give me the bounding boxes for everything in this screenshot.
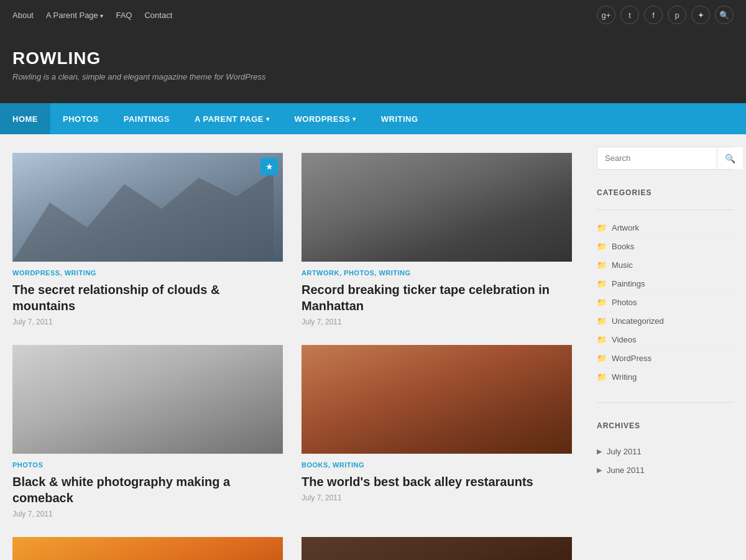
archive-label: July 2011 — [607, 447, 642, 456]
folder-icon: 📁 — [597, 335, 607, 344]
nav-home[interactable]: HOME — [0, 103, 50, 134]
nav-a-parent-page[interactable]: A PARENT PAGE ▾ — [182, 103, 282, 134]
post-image-wrap — [12, 537, 283, 560]
category-label: Videos — [612, 335, 637, 344]
category-label: WordPress — [612, 354, 652, 363]
dropdown-arrow-icon: ▾ — [266, 116, 270, 122]
archive-item-july-2011[interactable]: ▶ July 2011 — [597, 443, 734, 461]
category-label: Artwork — [612, 223, 639, 232]
category-item-books[interactable]: 📁 Books — [597, 237, 734, 256]
nav-about[interactable]: About — [12, 11, 34, 20]
dropdown-arrow-icon: ▾ — [352, 116, 356, 122]
nav-paintings[interactable]: PAINTINGS — [111, 103, 182, 134]
google-plus-icon[interactable]: g+ — [597, 6, 615, 24]
folder-icon: 📁 — [597, 242, 607, 251]
folder-icon: 📁 — [597, 260, 607, 270]
pinterest-icon[interactable]: p — [668, 6, 686, 24]
site-title: ROWLING — [12, 48, 734, 68]
post-image-wrap — [302, 537, 572, 560]
facebook-icon[interactable]: f — [644, 6, 663, 24]
folder-icon: 📁 — [597, 279, 607, 288]
post-categories[interactable]: BOOKS, WRITING — [302, 461, 572, 469]
post-categories[interactable]: PHOTOS — [12, 461, 283, 469]
link-icon[interactable]: ✦ — [691, 6, 710, 24]
category-item-photos[interactable]: 📁 Photos — [597, 293, 734, 312]
folder-icon: 📁 — [597, 316, 607, 326]
search-input[interactable] — [597, 147, 717, 169]
nav-photos[interactable]: PHOTOS — [50, 103, 111, 134]
sidebar-search-box: 🔍 — [597, 147, 734, 170]
post-image-wrap: ★ — [12, 153, 283, 262]
twitter-icon[interactable]: t — [620, 6, 639, 24]
post-categories[interactable]: ARTWORK, PHOTOS, WRITING — [302, 269, 572, 277]
category-label: Photos — [612, 298, 637, 307]
post-title[interactable]: Record breaking ticker tape celebration … — [302, 282, 572, 314]
post-categories[interactable]: WORDPRESS, WRITING — [12, 269, 283, 277]
archive-label: June 2011 — [607, 466, 645, 475]
post-grid: ★ WORDPRESS, WRITING The secret relation… — [12, 153, 572, 560]
search-button[interactable]: 🔍 — [717, 147, 743, 169]
category-item-uncategorized[interactable]: 📁 Uncategorized — [597, 312, 734, 331]
category-label: Uncategorized — [612, 316, 664, 326]
post-card: BOOKS, WRITING The world's best back all… — [302, 345, 572, 518]
post-image — [12, 345, 283, 454]
post-date: July 7, 2011 — [302, 318, 572, 326]
archive-icon: ▶ — [597, 448, 602, 456]
nav-writing[interactable]: WRITING — [369, 103, 431, 134]
folder-icon: 📁 — [597, 223, 607, 232]
main-content: ★ WORDPRESS, WRITING The secret relation… — [0, 134, 584, 560]
top-nav-links: About A Parent Page ▾ FAQ Contact — [12, 11, 172, 20]
archives-title: ARCHIVES — [597, 421, 734, 434]
post-image — [12, 537, 283, 560]
category-label: Paintings — [612, 279, 645, 288]
main-nav: HOME PHOTOS PAINTINGS A PARENT PAGE ▾ WO… — [0, 103, 746, 134]
search-icon[interactable]: 🔍 — [715, 6, 734, 24]
dropdown-arrow-icon: ▾ — [100, 12, 103, 19]
category-item-music[interactable]: 📁 Music — [597, 256, 734, 275]
category-item-artwork[interactable]: 📁 Artwork — [597, 219, 734, 237]
social-links: g+ t f p ✦ 🔍 — [597, 6, 734, 24]
post-image — [12, 153, 283, 262]
archive-item-june-2011[interactable]: ▶ June 2011 — [597, 461, 734, 480]
post-image — [302, 537, 572, 560]
post-title[interactable]: Black & white photography making a comeb… — [12, 474, 283, 506]
folder-icon: 📁 — [597, 372, 607, 382]
archive-icon: ▶ — [597, 466, 602, 474]
post-image — [302, 345, 572, 454]
category-item-writing[interactable]: 📁 Writing — [597, 368, 734, 387]
post-card: PHOTOS Black & white photography making … — [12, 345, 283, 518]
post-date: July 7, 2011 — [12, 318, 283, 326]
featured-badge: ★ — [260, 158, 278, 175]
top-nav: About A Parent Page ▾ FAQ Contact g+ t f… — [0, 0, 746, 30]
nav-faq[interactable]: FAQ — [116, 11, 132, 20]
post-card: ARTWORK, WRITING Dark atmospheric portra… — [302, 537, 572, 560]
post-card: ★ WORDPRESS, WRITING The secret relation… — [12, 153, 283, 326]
categories-title: CATEGORIES — [597, 188, 734, 201]
post-title[interactable]: The world's best back alley restaraunts — [302, 474, 572, 490]
folder-icon: 📁 — [597, 298, 607, 307]
post-image-wrap — [302, 345, 572, 454]
post-image — [302, 153, 572, 262]
site-header: ROWLING Rowling is a clean, simple and e… — [0, 30, 746, 103]
sidebar: 🔍 CATEGORIES 📁 Artwork 📁 Books 📁 Music 📁… — [584, 134, 746, 560]
post-date: July 7, 2011 — [302, 493, 572, 502]
post-date: July 7, 2011 — [12, 510, 283, 518]
post-title[interactable]: The secret relationship of clouds & moun… — [12, 282, 283, 314]
category-item-wordpress[interactable]: 📁 WordPress — [597, 349, 734, 368]
category-item-videos[interactable]: 📁 Videos — [597, 331, 734, 349]
nav-contact[interactable]: Contact — [144, 11, 172, 20]
page-container: ★ WORDPRESS, WRITING The secret relation… — [0, 134, 746, 560]
nav-parent-page[interactable]: A Parent Page ▾ — [46, 11, 103, 20]
category-item-paintings[interactable]: 📁 Paintings — [597, 275, 734, 293]
category-label: Music — [612, 260, 633, 270]
site-tagline: Rowling is a clean, simple and elegant m… — [12, 72, 734, 81]
post-card: PHOTOS Beautiful sunrise photography Jul… — [12, 537, 283, 560]
post-card: ARTWORK, PHOTOS, WRITING Record breaking… — [302, 153, 572, 326]
nav-wordpress[interactable]: WORDPRESS ▾ — [282, 103, 369, 134]
category-label: Writing — [612, 372, 637, 382]
section-divider — [597, 209, 734, 210]
section-divider — [597, 402, 734, 403]
post-image-wrap — [12, 345, 283, 454]
folder-icon: 📁 — [597, 354, 607, 363]
post-image-wrap — [302, 153, 572, 262]
